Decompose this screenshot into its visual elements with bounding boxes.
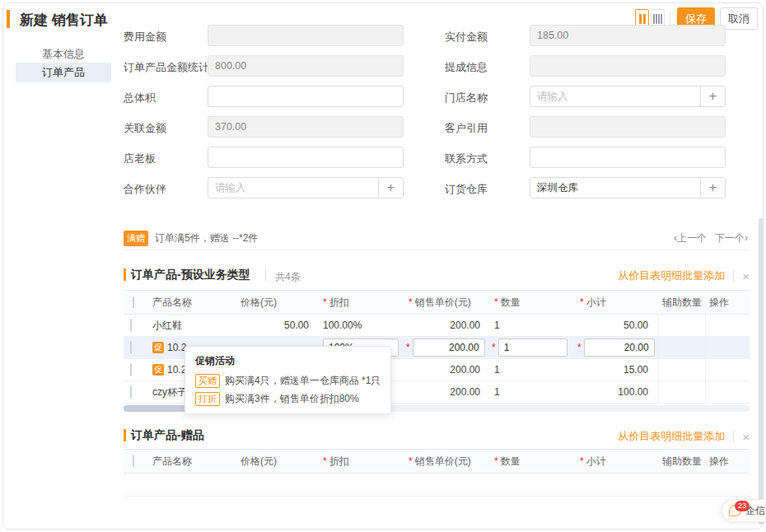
required-mark: * [580,296,584,308]
section-actions: 从价目表明细批量添加 × [618,268,750,283]
layout-list-icon [661,14,662,24]
batch-add-from-pricelist-link[interactable]: 从价目表明细批量添加 [618,268,725,283]
order-warehouse-add-button[interactable]: + [700,178,725,198]
total-volume-input[interactable] [208,86,403,106]
empty-table-body [124,474,750,497]
sidebar-item-order-products[interactable]: 订单产品 [16,63,111,82]
layout-two-column-icon [639,14,642,24]
buy-gift-tag: 买赠 [195,374,220,388]
field-label-fee-amount: 费用金额 [124,30,166,44]
shop-owner-input[interactable] [208,147,403,167]
promotion-tooltip: 促销活动 买赠 购买满4只，赠送单一仓库商品 *1只 打折 购买满3件，销售单价… [184,346,391,414]
action-separator [733,270,734,282]
commission-info-field [530,55,726,77]
col-subtotal: *小计 [576,455,658,469]
field-label-shop-owner: 店老板 [124,152,156,166]
row-checkbox[interactable] [130,385,132,399]
field-label-product-amount-total: 订单产品金额统计 [124,60,209,75]
partner-input[interactable] [208,178,378,198]
discount-rule-text: 购买满3件，销售单价折扣80% [225,392,359,406]
partner-field: + [208,177,404,198]
section-close-icon[interactable]: × [742,270,750,282]
shop-owner-field [208,147,404,168]
row-checkbox[interactable] [130,341,132,354]
field-label-paid-amount: 实付金额 [445,30,488,44]
order-warehouse-field: + [530,177,726,198]
field-label-total-volume: 总体积 [124,91,156,105]
promotion-text: 订单满5件，赠送 --*2件 [155,232,258,244]
commission-info-input [530,56,725,76]
cell-aux-qty [658,359,705,380]
section-close-icon[interactable]: × [742,431,750,443]
section-actions: 从价目表明细批量添加 × [618,429,750,444]
batch-add-from-pricelist-link[interactable]: 从价目表明细批量添加 [618,429,725,444]
customer-reference-field [530,116,726,138]
order-warehouse-input[interactable] [530,178,700,198]
cell-op [705,337,750,358]
col-discount: *折扣 [319,455,404,469]
vertical-scrollbar-thumb[interactable] [759,218,764,525]
required-mark: * [323,455,327,467]
col-unit-price: *销售单价(元) [404,455,490,469]
action-separator [733,431,734,442]
sidebar-item-basic-info[interactable]: 基本信息 [16,44,111,64]
product-amount-total-field [208,55,404,77]
page: 新建 销售订单 保存 取消 基本信息 订单产品 费用金额 实付金额 订单产品金额… [0,0,766,532]
table-header-row: 产品名称 价格(元) *折扣 *销售单价(元) *数量 *小计 辅助数量 操作 [124,449,750,474]
cell-product-name: 小红鞋 [148,319,236,333]
cell-subtotal: * [576,338,658,357]
promotion-prev-button[interactable]: ‹上一个 [674,232,707,244]
promo-chip-icon: 促 [152,342,164,353]
col-qty: *数量 [490,455,576,469]
layout-list-icon [653,14,655,24]
cell-subtotal: 15.00 [576,364,658,376]
layout-two-column-icon [643,14,646,24]
layout-list-icon [656,14,657,24]
required-mark: * [409,455,413,467]
cell-unit-price: 200.00 [404,364,490,376]
store-name-add-button[interactable]: + [700,86,725,106]
promotion-banner: 满赠订单满5件，赠送 --*2件 [124,230,258,246]
related-amount-input [208,117,403,137]
required-mark: * [577,342,582,353]
field-label-order-warehouse: 订货仓库 [445,182,488,197]
unit-price-input[interactable] [413,338,485,357]
col-qty: *数量 [490,296,576,310]
qixin-chat-button[interactable]: 23 企信 [722,499,766,522]
cell-subtotal: 50.00 [576,320,658,331]
layout-list-icon [658,14,660,24]
col-op: 操作 [705,296,750,310]
contact-info-input[interactable] [530,147,725,167]
customer-reference-input [530,117,725,137]
promotion-next-button[interactable]: 下一个› [715,232,748,244]
promotion-tooltip-item: 买赠 购买满4只，赠送单一仓库商品 *1只 [195,374,381,388]
section-row-count: 共4条 [275,270,301,284]
cell-unit-price: 200.00 [404,386,490,398]
field-label-partner: 合作伙伴 [124,182,166,197]
cell-qty: 1 [490,386,576,398]
row-checkbox[interactable] [130,319,132,332]
gift-products-table: 产品名称 价格(元) *折扣 *销售单价(元) *数量 *小计 辅助数量 操作 [124,449,750,497]
partner-add-button[interactable]: + [378,178,403,198]
promotion-pager: ‹上一个下一个› [666,231,748,245]
col-product-name: 产品名称 [148,455,236,469]
subtotal-input[interactable] [584,338,655,357]
cell-aux-qty [658,337,705,358]
cell-aux-qty [658,381,705,403]
cell-subtotal: 100.00 [576,386,658,398]
required-mark: * [494,296,498,308]
required-mark: * [409,296,413,308]
col-op: 操作 [705,455,750,469]
product-amount-total-input [208,56,403,76]
total-volume-field [208,86,404,107]
field-label-contact-info: 联系方式 [445,152,488,166]
qty-input[interactable] [498,338,567,357]
table-row[interactable]: 小红鞋 50.00 100.00% 200.00 1 50.00 [124,315,750,337]
col-product-name: 产品名称 [148,296,236,310]
store-name-input[interactable] [530,86,700,106]
select-all-checkbox[interactable] [133,455,134,467]
table-header-row: 产品名称 价格(元) *折扣 *销售单价(元) *数量 *小计 辅助数量 操作 [124,290,750,315]
row-checkbox[interactable] [130,363,132,376]
col-price: 价格(元) [236,455,319,469]
select-all-checkbox[interactable] [133,296,134,308]
